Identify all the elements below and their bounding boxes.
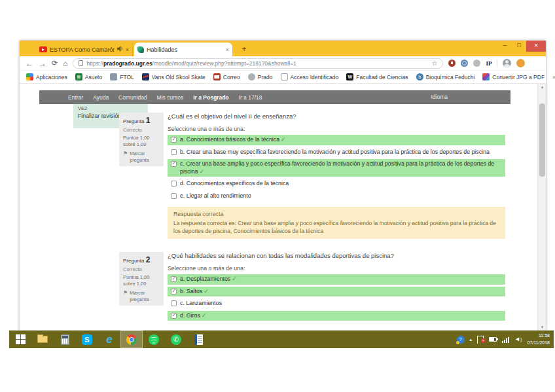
taskbar-skype[interactable] — [76, 330, 98, 348]
option-row[interactable]: d. Conocimientos específicos de la técni… — [168, 179, 505, 188]
battery-icon[interactable] — [489, 337, 497, 342]
tab-close-icon[interactable]: × — [126, 46, 129, 53]
apps-grid-icon — [26, 73, 33, 80]
option-row[interactable]: c. Lanzamientos — [168, 298, 505, 308]
option-row[interactable]: d. Giros✓ — [168, 311, 505, 321]
nav-ayuda[interactable]: Ayuda — [93, 94, 109, 101]
home-button[interactable]: ⌂ — [63, 60, 67, 67]
taskbar-internet-explorer[interactable] — [98, 330, 120, 348]
nav-comunidad[interactable]: Comunidad — [118, 94, 147, 101]
taskbar-clock[interactable]: 11:58 07/11/2018 — [527, 332, 550, 346]
question-number: 2 — [146, 255, 151, 264]
checkbox-checked-icon[interactable] — [171, 289, 177, 294]
answer-prompt: Seleccione una o más de una: — [168, 265, 505, 272]
checkbox-checked-icon[interactable] — [171, 161, 177, 167]
page-info-icon[interactable] — [79, 60, 83, 66]
extension-icon-red[interactable] — [448, 60, 456, 67]
extension-icon-ip[interactable]: IP — [486, 60, 492, 67]
extension-icon-gray[interactable] — [473, 60, 480, 67]
bookmark-vans[interactable]: Vans Old Skool Skate — [142, 73, 206, 80]
tab-strip: ESTOPA Como Camarón let × Habilidades × … — [20, 41, 546, 56]
checkbox-icon[interactable] — [171, 300, 177, 306]
spotify-icon — [149, 334, 159, 345]
tab-habilidades[interactable]: Habilidades × — [134, 43, 232, 56]
volume-icon[interactable]: ◄) — [514, 336, 522, 342]
profile-badge-icon[interactable] — [516, 59, 525, 67]
checkbox-icon[interactable] — [171, 193, 177, 199]
question-2-body: ¿Qué habilidades se relacionan con todas… — [168, 252, 505, 323]
internet-explorer-icon — [106, 334, 112, 345]
w-icon — [346, 73, 353, 80]
tab-audio-icon[interactable] — [117, 46, 123, 53]
checkbox-checked-icon[interactable] — [171, 313, 177, 319]
bookmark-bioquimica[interactable]: Bioquímica Feduchi — [416, 73, 475, 80]
nav-ir-a-posgrado[interactable]: Ir a Posgrado — [193, 94, 228, 101]
question-label: Pregunta — [123, 118, 144, 124]
flag-question-link[interactable]: ⚑Marcar pregunta — [123, 151, 160, 164]
bookmarks-overflow-button[interactable]: » — [552, 74, 555, 80]
checkbox-icon[interactable] — [171, 149, 177, 155]
minimize-button[interactable]: – — [497, 41, 512, 52]
checkbox-icon[interactable] — [171, 181, 177, 187]
nav-ir-a-17-18[interactable]: Ir a 17/18 — [239, 94, 262, 101]
taskbar-chrome-active[interactable] — [120, 330, 143, 348]
help-tray-icon[interactable] — [457, 336, 465, 344]
option-row[interactable]: b. Saltos✓ — [168, 287, 505, 297]
action-center-flag-icon[interactable] — [477, 336, 484, 341]
option-row[interactable]: c. Crear una base amplia y poco específi… — [168, 159, 505, 177]
nav-mis-cursos[interactable]: Mis cursos — [157, 94, 184, 101]
bookmark-ftol[interactable]: FTOL — [110, 73, 134, 80]
checkbox-checked-icon[interactable] — [171, 276, 177, 282]
taskbar-file-explorer[interactable] — [31, 330, 54, 348]
feedback-title: Respuesta correcta — [173, 210, 499, 218]
scroll-up-icon[interactable]: ▴ — [538, 84, 546, 90]
back-button[interactable]: ← — [26, 60, 33, 67]
bookmark-asueto[interactable]: Asueto — [75, 73, 102, 80]
close-button[interactable]: ✕ — [526, 41, 546, 52]
tab-title: Habilidades — [147, 46, 223, 53]
tab-close-icon[interactable]: × — [226, 46, 229, 53]
tab-youtube[interactable]: ESTOPA Como Camarón let × — [36, 43, 133, 56]
nav-entrar[interactable]: Entrar — [68, 94, 83, 101]
hidden-icons-button[interactable]: ▴ — [470, 337, 473, 342]
page-scrollbar[interactable]: ▴ ▾ — [537, 84, 546, 330]
file-explorer-icon — [37, 336, 48, 343]
taskbar-word-document[interactable] — [187, 330, 209, 348]
correct-check-icon: ✓ — [204, 288, 209, 294]
bookmark-acceso[interactable]: Acceso Identificado — [281, 73, 339, 80]
bookmark-star-icon[interactable]: ☆ — [432, 60, 438, 67]
profile-avatar[interactable] — [503, 59, 511, 67]
taskbar-whatsapp[interactable] — [165, 330, 187, 348]
taskbar-spotify[interactable] — [143, 330, 165, 348]
windows-taskbar: ▴ ◄) 11:58 07/11/2018 — [9, 330, 554, 348]
mail-icon — [213, 73, 221, 80]
nav-idioma[interactable]: Idioma — [431, 90, 448, 104]
bookmark-convertir[interactable]: Convertir JPG a PDF — [482, 73, 545, 80]
option-row[interactable]: b. Crear una base muy específica favorec… — [168, 147, 505, 157]
maximize-button[interactable]: □ — [512, 41, 526, 52]
scroll-down-icon[interactable]: ▾ — [538, 324, 546, 330]
option-row[interactable]: e. Llegar al alto rendimiento — [168, 191, 505, 201]
new-tab-button[interactable]: + — [238, 43, 250, 55]
taskbar-calculator[interactable] — [54, 330, 76, 348]
bookmark-prado[interactable]: Prado — [248, 73, 273, 80]
reload-button[interactable]: ⟳ — [52, 60, 58, 67]
bookmark-correo[interactable]: Correo — [213, 73, 240, 80]
bookmark-facultad[interactable]: Facultad de Ciencias — [346, 73, 408, 80]
forward-button[interactable]: → — [39, 60, 46, 67]
question-state: Correcta — [123, 127, 160, 134]
extension-icon-globe[interactable] — [461, 60, 468, 67]
flag-question-link[interactable]: ⚑Marcar pregunta — [123, 290, 160, 303]
flag-icon: ⚑ — [123, 151, 128, 158]
question-text: ¿Qué habilidades se relacionan con todas… — [168, 252, 505, 259]
checkbox-checked-icon[interactable] — [171, 137, 177, 143]
address-bar[interactable]: https://pradogrado.ugr.es/moodle/mod/qui… — [73, 58, 443, 69]
option-label: e. Llegar al alto rendimiento — [180, 192, 251, 199]
bookmark-aplicaciones[interactable]: Aplicaciones — [26, 73, 67, 80]
option-row[interactable]: a. Conocimientos básicos de la técnica✓ — [168, 135, 505, 145]
correct-check-icon: ✓ — [281, 136, 286, 143]
network-signal-icon[interactable] — [502, 336, 509, 343]
start-button[interactable] — [9, 330, 31, 348]
option-row[interactable]: a. Desplazamientos✓ — [168, 274, 505, 285]
scrollbar-thumb[interactable] — [539, 103, 545, 177]
